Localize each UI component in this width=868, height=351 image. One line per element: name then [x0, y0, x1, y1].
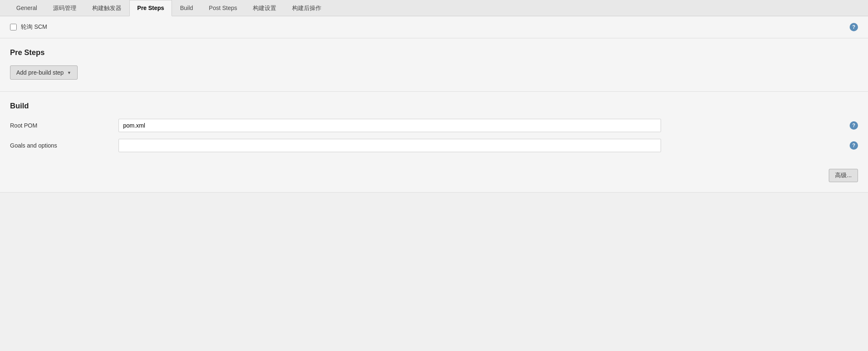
- tab-general[interactable]: General: [8, 0, 45, 16]
- tab-source-management[interactable]: 源码管理: [45, 0, 84, 16]
- tab-build-settings[interactable]: 构建设置: [245, 0, 284, 16]
- tab-build-triggers[interactable]: 构建触发器: [84, 0, 129, 16]
- root-pom-input-group: ?: [119, 119, 858, 132]
- tab-post-steps[interactable]: Post Steps: [201, 0, 245, 16]
- root-pom-label: Root POM: [10, 122, 119, 129]
- goals-options-label: Goals and options: [10, 142, 119, 149]
- advanced-button-row: 高级...: [0, 169, 868, 192]
- build-title: Build: [10, 102, 858, 110]
- advanced-button[interactable]: 高级...: [829, 169, 858, 182]
- root-pom-input[interactable]: [119, 119, 661, 132]
- build-section: Build Root POM ? Goals and options ?: [0, 102, 868, 169]
- goals-options-row: Goals and options ?: [10, 139, 858, 152]
- tab-bar: General 源码管理 构建触发器 Pre Steps Build Post …: [0, 0, 868, 16]
- tab-build[interactable]: Build: [172, 0, 201, 16]
- add-pre-build-step-button[interactable]: Add pre-build step ▼: [10, 65, 78, 80]
- pre-steps-build-divider: [0, 91, 868, 92]
- goals-options-help-icon[interactable]: ?: [850, 141, 858, 150]
- tab-post-build-actions[interactable]: 构建后操作: [284, 0, 329, 16]
- polling-scm-help-icon[interactable]: ?: [850, 23, 858, 31]
- root-pom-row: Root POM ?: [10, 119, 858, 132]
- polling-scm-checkbox[interactable]: [10, 24, 17, 30]
- pre-steps-title: Pre Steps: [10, 48, 858, 57]
- goals-options-input[interactable]: [119, 139, 661, 152]
- goals-options-input-group: ?: [119, 139, 858, 152]
- content-area: 轮询 SCM ? Pre Steps Add pre-build step ▼ …: [0, 16, 868, 193]
- tab-pre-steps[interactable]: Pre Steps: [129, 0, 172, 16]
- polling-scm-label: 轮询 SCM: [21, 23, 47, 31]
- root-pom-help-icon[interactable]: ?: [850, 121, 858, 130]
- pre-steps-section: Pre Steps Add pre-build step ▼: [0, 38, 868, 91]
- add-pre-build-step-dropdown-arrow: ▼: [67, 70, 71, 75]
- polling-scm-row: 轮询 SCM ?: [0, 16, 868, 38]
- add-pre-build-step-label: Add pre-build step: [16, 69, 64, 76]
- bottom-divider: [0, 192, 868, 193]
